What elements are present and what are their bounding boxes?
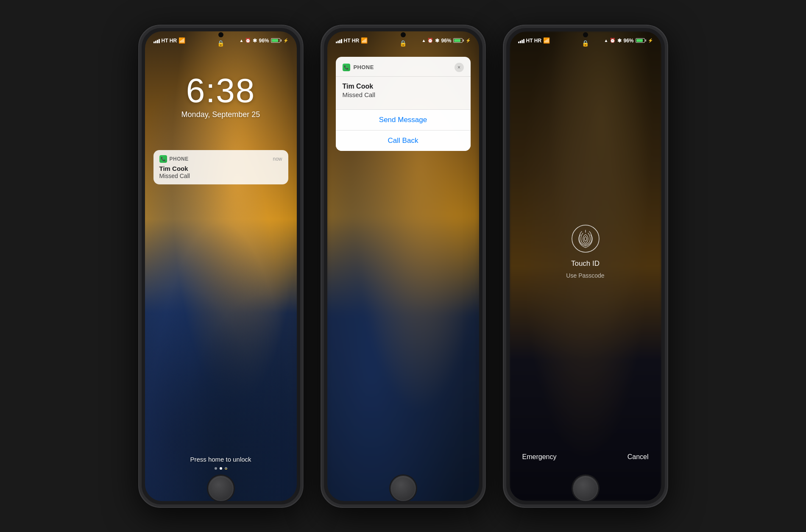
battery-icon-2 [453, 38, 464, 43]
expanded-notif-card: 📞 PHONE × Tim Cook Missed Call Send Mess… [336, 57, 471, 151]
svg-point-0 [572, 225, 599, 252]
touch-id-container: Touch ID Use Passcode Emergency Cancel [510, 31, 661, 501]
notif-header: 📞 PHONE now [159, 155, 282, 163]
bar-3 [339, 40, 340, 43]
bluetooth-icon: ✱ [253, 38, 257, 44]
lockscreen-time-area: 6:38 Monday, September 25 [145, 74, 297, 119]
fingerprint-icon [571, 224, 600, 253]
status-right-2: ▲ ⏰ ✱ 96% ⚡ [422, 38, 471, 44]
lock-icon-2: 🔒 [399, 40, 407, 47]
press-home-label: Press home to unlock [145, 456, 297, 463]
touch-id-center: Touch ID Use Passcode [566, 50, 604, 453]
phone-1-screen: HT HR 📶 ▲ ⏰ ✱ 96% ⚡ 🔒 6:38 [145, 31, 297, 501]
alarm-2: ⏰ [427, 38, 433, 43]
cancel-button[interactable]: Cancel [628, 453, 649, 461]
home-button-1[interactable] [208, 476, 234, 501]
phone-icon-glyph: 📞 [161, 157, 165, 161]
battery-tip-2 [463, 39, 464, 42]
phone-2-frame: HT HR 📶 ▲ ⏰ ✱ 96% ⚡ 🔒 [321, 25, 486, 508]
phone-3-frame: HT HR 📶 ▲ ⏰ ✱ 96% ⚡ 🔒 [503, 25, 668, 508]
carrier-2: HT HR [344, 38, 360, 44]
status-left-2: HT HR 📶 [336, 37, 368, 44]
vol-down-button[interactable] [138, 144, 139, 170]
charging-2: ⚡ [466, 38, 471, 43]
notif-subtitle-1: Missed Call [159, 173, 282, 179]
time-display: 6:38 [145, 74, 297, 108]
bar-2 [337, 41, 339, 43]
front-camera [218, 32, 223, 37]
battery-icon [271, 38, 282, 43]
expanded-notif-body: Tim Cook Missed Call [336, 77, 471, 105]
dot-2-active [220, 467, 222, 470]
vol-up-button[interactable] [138, 110, 139, 136]
expanded-app-name: PHONE [354, 64, 374, 70]
battery-tip [281, 39, 282, 42]
phone-app-icon-2: 📞 [343, 64, 350, 71]
phone-app-icon: 📞 [159, 155, 167, 163]
bar-4 [341, 39, 342, 43]
power-button[interactable] [303, 119, 304, 153]
wifi-icon: 📶 [178, 37, 185, 44]
notif-app-name: PHONE [170, 156, 189, 162]
signal-bar-4 [159, 39, 160, 43]
vol-up-button-2[interactable] [321, 110, 321, 136]
close-notification-button[interactable]: × [455, 63, 464, 72]
vol-down-button-2[interactable] [321, 144, 321, 170]
notification-card-1[interactable]: 📞 PHONE now Tim Cook Missed Call [153, 150, 288, 185]
phone-1-frame: HT HR 📶 ▲ ⏰ ✱ 96% ⚡ 🔒 6:38 [138, 25, 304, 508]
mute-button[interactable] [138, 81, 139, 97]
alarm-icon: ⏰ [245, 38, 251, 43]
notif-time: now [273, 156, 282, 162]
battery-pct-2: 96% [441, 38, 451, 44]
charging-icon: ⚡ [283, 38, 288, 43]
lock-icon: 🔒 [217, 40, 224, 47]
vol-up-button-3[interactable] [503, 110, 504, 136]
phone-3-screen: HT HR 📶 ▲ ⏰ ✱ 96% ⚡ 🔒 [510, 31, 661, 501]
power-button-2[interactable] [485, 119, 486, 153]
notif-app-row: 📞 PHONE [159, 155, 189, 163]
dot-1 [215, 467, 217, 470]
signal-bar-1 [153, 42, 155, 43]
expanded-notification: 📞 PHONE × Tim Cook Missed Call Send Mess… [336, 57, 471, 151]
signal-bar-3 [157, 40, 158, 43]
mute-button-3[interactable] [503, 81, 504, 97]
carrier-name: HT HR [162, 38, 177, 44]
action-buttons: Send Message Call Back [336, 109, 471, 151]
mute-button-2[interactable] [321, 81, 321, 97]
status-right-1: ▲ ⏰ ✱ 96% ⚡ [240, 38, 288, 44]
date-display: Monday, September 25 [145, 110, 297, 119]
wifi-2: 📶 [361, 37, 368, 44]
bt-2: ✱ [435, 38, 439, 44]
send-message-button[interactable]: Send Message [336, 109, 471, 130]
status-left-1: HT HR 📶 [153, 37, 186, 44]
battery-fill-2 [454, 39, 460, 42]
touch-id-label: Touch ID [571, 259, 600, 268]
vol-down-button-3[interactable] [503, 144, 504, 170]
battery-fill [272, 39, 278, 42]
battery-body-2 [453, 38, 463, 43]
signal-bar-2 [155, 41, 156, 43]
phone-2-screen: HT HR 📶 ▲ ⏰ ✱ 96% ⚡ 🔒 [327, 31, 479, 501]
location-2: ▲ [422, 38, 426, 43]
notif-title-1: Tim Cook [159, 164, 282, 173]
power-button-3[interactable] [667, 119, 668, 153]
home-button-3[interactable] [573, 476, 598, 501]
signal-bars-icon [153, 38, 160, 43]
signal-bars-2 [336, 38, 342, 43]
call-back-button[interactable]: Call Back [336, 130, 471, 151]
phone-icon-2: 📞 [344, 65, 349, 70]
front-camera-2 [401, 32, 406, 37]
expanded-notif-name: Tim Cook [343, 83, 464, 90]
home-button-2[interactable] [390, 476, 416, 501]
location-icon: ▲ [240, 38, 244, 43]
battery-pct: 96% [259, 38, 269, 44]
expanded-notif-header: 📞 PHONE × [336, 57, 471, 77]
front-camera-3 [583, 32, 588, 37]
expanded-app-row: 📞 PHONE [343, 64, 374, 71]
use-passcode-link[interactable]: Use Passcode [566, 272, 604, 279]
battery-body [271, 38, 280, 43]
emergency-button[interactable]: Emergency [522, 453, 557, 461]
dot-lock: 🔒 [225, 467, 227, 470]
page-dots: 🔒 [145, 467, 297, 470]
expanded-notif-desc: Missed Call [343, 91, 464, 98]
